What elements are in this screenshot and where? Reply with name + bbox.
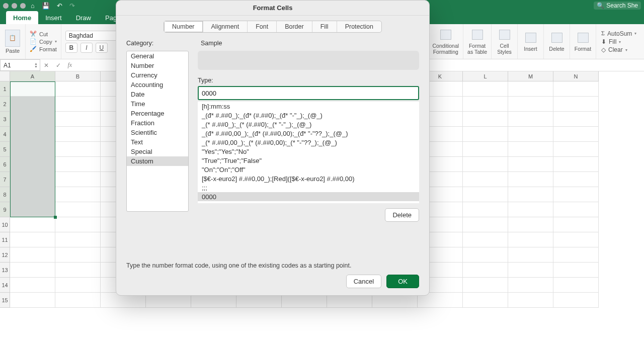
cell[interactable]	[463, 293, 508, 308]
paste-icon[interactable]: 📋	[5, 30, 20, 47]
category-item[interactable]: Text	[127, 137, 188, 147]
format-code-item[interactable]: [h]:mm:ss	[198, 102, 419, 111]
tab-home[interactable]: Home	[6, 11, 38, 24]
category-item[interactable]: Custom	[127, 156, 188, 166]
cell[interactable]	[10, 172, 55, 187]
cell[interactable]	[10, 263, 55, 278]
row-header[interactable]: 14	[0, 278, 10, 293]
category-item[interactable]: Scientific	[127, 128, 188, 137]
cell[interactable]	[508, 263, 553, 278]
row-header[interactable]: 10	[0, 217, 10, 232]
cell[interactable]	[553, 157, 599, 172]
column-header[interactable]: A	[10, 71, 55, 81]
column-header[interactable]: M	[508, 71, 553, 81]
dialog-tab-font[interactable]: Font	[248, 21, 277, 32]
cell[interactable]	[463, 81, 508, 97]
autosum-button[interactable]: ΣAutoSum ▾	[601, 30, 639, 37]
cell[interactable]	[463, 263, 508, 278]
cell[interactable]	[508, 112, 553, 127]
cut-button[interactable]: ✂️Cut	[30, 31, 57, 37]
cell[interactable]	[463, 217, 508, 232]
cancel-button[interactable]: Cancel	[346, 275, 381, 288]
category-item[interactable]: Special	[127, 147, 188, 156]
cell[interactable]	[463, 278, 508, 293]
cell[interactable]	[10, 202, 55, 217]
cell[interactable]	[553, 142, 599, 157]
row-header[interactable]: 2	[0, 97, 10, 112]
cell[interactable]	[508, 97, 553, 112]
format-code-item[interactable]: _(đ* #.##0,00_);_(đ* (#.##0,00);_(đ* "-"…	[198, 129, 419, 138]
row-header[interactable]: 6	[0, 157, 10, 172]
enter-formula-icon[interactable]: ✓	[56, 62, 61, 69]
format-cells-button[interactable]: Format	[570, 24, 596, 59]
insert-cells-button[interactable]: Insert	[518, 24, 544, 59]
cell[interactable]	[463, 112, 508, 127]
format-code-list[interactable]: [h]:mm:ss_(đ* #.##0_);_(đ* (#.##0);_(đ* …	[198, 102, 419, 203]
save-icon[interactable]: 💾	[42, 2, 50, 10]
cell[interactable]	[10, 232, 55, 247]
cell[interactable]	[553, 202, 599, 217]
row-header[interactable]: 5	[0, 142, 10, 157]
cell-styles-button[interactable]: Cell Styles	[492, 24, 518, 59]
category-item[interactable]: Date	[127, 90, 188, 99]
cell[interactable]	[508, 232, 553, 247]
name-box[interactable]: A1 ▲▼	[0, 59, 40, 71]
cell[interactable]	[55, 293, 101, 308]
cell[interactable]	[553, 278, 599, 293]
dialog-tab-number[interactable]: Number	[164, 21, 203, 32]
format-code-item[interactable]: 0000	[198, 192, 419, 201]
category-item[interactable]: Percentage	[127, 109, 188, 118]
cell[interactable]	[55, 278, 101, 293]
select-all-corner[interactable]	[0, 71, 10, 81]
fx-icon[interactable]: fx	[67, 61, 72, 69]
close-icon[interactable]	[3, 3, 9, 9]
cell[interactable]	[10, 217, 55, 232]
cell[interactable]	[508, 142, 553, 157]
row-header[interactable]: 11	[0, 232, 10, 247]
cell[interactable]	[55, 247, 101, 263]
cell[interactable]	[508, 202, 553, 217]
tab-draw[interactable]: Draw	[69, 12, 98, 24]
cell[interactable]	[553, 187, 599, 202]
underline-button[interactable]: U	[96, 43, 108, 53]
cell[interactable]	[553, 293, 599, 308]
cell[interactable]	[10, 157, 55, 172]
cell[interactable]	[55, 217, 101, 232]
cell[interactable]	[508, 293, 553, 308]
copy-button[interactable]: 📄Copy ▾	[30, 38, 57, 45]
cell[interactable]	[10, 81, 55, 97]
ok-button[interactable]: OK	[386, 275, 419, 288]
cell[interactable]	[463, 187, 508, 202]
bold-button[interactable]: B	[65, 43, 77, 53]
row-header[interactable]: 13	[0, 263, 10, 278]
format-painter-button[interactable]: 🖌️Format	[30, 46, 57, 52]
format-code-item[interactable]: "True";"True";"False"	[198, 156, 419, 165]
row-header[interactable]: 9	[0, 202, 10, 217]
cell[interactable]	[553, 247, 599, 263]
column-header[interactable]: B	[55, 71, 101, 81]
cell[interactable]	[553, 81, 599, 97]
column-header[interactable]: L	[463, 71, 508, 81]
category-item[interactable]: Time	[127, 99, 188, 109]
cell[interactable]	[508, 81, 553, 97]
cell[interactable]	[10, 293, 55, 308]
cell[interactable]	[508, 247, 553, 263]
tab-insert[interactable]: Insert	[38, 12, 69, 24]
cell[interactable]	[553, 172, 599, 187]
row-header[interactable]: 3	[0, 112, 10, 127]
cell[interactable]	[55, 263, 101, 278]
cell[interactable]	[55, 81, 101, 97]
cell[interactable]	[463, 97, 508, 112]
cell[interactable]	[10, 142, 55, 157]
format-as-table-button[interactable]: Format as Table	[463, 24, 492, 59]
cell[interactable]	[55, 172, 101, 187]
category-item[interactable]: Fraction	[127, 118, 188, 128]
format-code-item[interactable]: "Yes";"Yes";"No"	[198, 147, 419, 156]
cell[interactable]	[10, 112, 55, 127]
category-item[interactable]: Accounting	[127, 80, 188, 90]
cell[interactable]	[463, 172, 508, 187]
cell[interactable]	[508, 278, 553, 293]
cell[interactable]	[55, 202, 101, 217]
italic-button[interactable]: I	[80, 43, 93, 53]
cell[interactable]	[508, 187, 553, 202]
